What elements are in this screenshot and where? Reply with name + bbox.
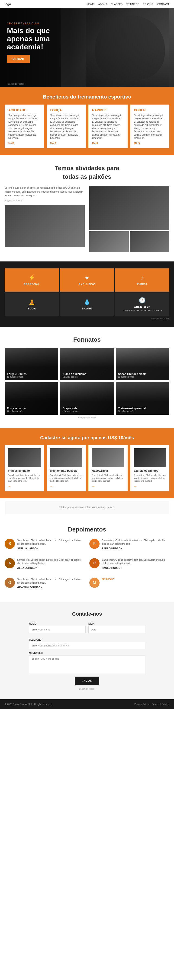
- nav-trainers[interactable]: TRAINERS: [126, 3, 139, 6]
- formats-title: Formatos: [5, 336, 169, 343]
- form-group-date: Data: [88, 623, 145, 633]
- sub-card-img-2: [92, 448, 125, 467]
- click-again-text: Click again or double click to start edi…: [59, 506, 115, 509]
- benefit-card-1: Força Sem integer vitae justo eget magna…: [46, 105, 86, 148]
- sub-card-text-1: Sample text. Click to select the text bo…: [50, 474, 83, 483]
- testimonials-title: Depoimentos: [5, 526, 169, 533]
- sub-card-link-2[interactable]: →: [92, 484, 125, 488]
- format-text-0: 12 aulas por mês: [7, 376, 56, 378]
- activities-title-line2: todas as paixões: [5, 173, 169, 180]
- benefit-link-3[interactable]: MAIS: [134, 142, 166, 145]
- testimonial-text-0: Sample text. Click to select the text bo…: [17, 539, 85, 546]
- banner-exclusivo: ★ EXCLUSIVO: [60, 269, 114, 291]
- format-text-4: 12 aulas por mês: [62, 410, 111, 412]
- click-again-info-box[interactable]: Click again or double click to start edi…: [5, 501, 169, 515]
- sub-card-title-3: Exercícios rápidos: [134, 469, 166, 473]
- footer-privacy[interactable]: Privacy Policy: [134, 703, 149, 706]
- activities-main-image: [5, 205, 85, 247]
- benefit-link-1[interactable]: MAIS: [50, 142, 82, 145]
- name-input[interactable]: [29, 626, 86, 633]
- exclusivo-label: EXCLUSIVO: [79, 283, 96, 286]
- format-title-3: Força e cardio: [7, 407, 56, 410]
- sub-card-link-0[interactable]: →: [8, 484, 41, 488]
- navigation: logo HOME ABOUT CLASSES TRAINERS PRICING…: [0, 0, 174, 8]
- sub-card-title-1: Treinamento pessoal: [50, 469, 83, 473]
- click-info-wrapper: Click again or double click to start edi…: [0, 498, 174, 517]
- testimonial-item-4: G Sample text. Click to select the text …: [5, 578, 85, 589]
- benefit-link-2[interactable]: MAIS: [92, 142, 124, 145]
- benefits-grid: Agilidade Sem integer vitae justo eget m…: [5, 105, 169, 148]
- subscribe-title: Cadastre-se agora por apenas US$ 10/mês: [5, 435, 169, 441]
- testimonial-body-4: Sample text. Click to select the text bo…: [17, 578, 85, 589]
- more-link-5[interactable]: MAIS PEKY: [102, 578, 169, 580]
- footer-terms[interactable]: Terms of Service: [152, 703, 169, 706]
- sauna-label: SAUNA: [82, 307, 92, 310]
- yoga-label: YOGA: [28, 307, 36, 310]
- message-input[interactable]: [29, 655, 145, 674]
- format-text-2: 12 aulas por mês: [118, 376, 167, 378]
- benefit-link-0[interactable]: MAIS: [8, 142, 40, 145]
- nav-home[interactable]: HOME: [87, 3, 95, 6]
- activities-credit: Imagem de Freepik: [5, 199, 85, 202]
- format-card-1[interactable]: Aulas de Ciclismo 12 aulas por mês: [60, 348, 114, 380]
- nav-contact[interactable]: CONTACT: [157, 3, 169, 6]
- format-text-1: 12 aulas por mês: [62, 376, 111, 378]
- format-card-4[interactable]: Corpo toda 12 aulas por mês: [60, 382, 114, 415]
- subscribe-section: Cadastre-se agora por apenas US$ 10/mês …: [0, 428, 174, 498]
- testimonial-avatar-5: M: [89, 578, 99, 588]
- format-title-0: Força e Pilates: [7, 372, 56, 376]
- format-card-2[interactable]: Socar, Chutar e Voar! 12 aulas por mês: [116, 348, 169, 380]
- testimonial-body-0: Sample text. Click to select the text bo…: [17, 539, 85, 550]
- testimonial-name-0: STELLA LARSON: [17, 547, 85, 550]
- submit-button[interactable]: ENVIAR: [75, 676, 99, 686]
- format-card-5[interactable]: Treinamento pessoal 12 aulas por mês: [116, 382, 169, 415]
- activities-image-2: [89, 231, 129, 252]
- sub-card-link-3[interactable]: →: [134, 484, 166, 488]
- aberto-sub: HORAS POR DIA / 7 DIAS POR SEMANA: [123, 309, 162, 312]
- activities-description: Lorem ipsum dolor sit amet, consectetur …: [5, 186, 85, 197]
- format-card-0[interactable]: Força e Pilates 12 aulas por mês: [5, 348, 58, 380]
- hero-title: Mais do que apenas uma academia!: [7, 27, 77, 51]
- nav-about[interactable]: ABOUT: [98, 3, 107, 6]
- message-label: Mensagem: [29, 652, 145, 654]
- testimonial-text-1: Sample text. Click to select the text bo…: [102, 539, 169, 546]
- sub-card-link-1[interactable]: →: [50, 484, 83, 488]
- date-input[interactable]: [88, 626, 145, 633]
- phone-input[interactable]: [29, 642, 145, 649]
- contact-form: Nome Data Telefone Mensagem ENVIAR: [29, 623, 145, 686]
- hero-cta-button[interactable]: Entrar: [7, 55, 30, 63]
- hero-image-credit: Imagem de Freepik: [7, 83, 25, 85]
- formats-credit: Imagens de Freepik: [5, 417, 169, 419]
- sub-card-img-3: [134, 448, 166, 467]
- activities-content: Lorem ipsum dolor sit amet, consectetur …: [5, 186, 169, 252]
- testimonial-body-3: Sample text. Click to select the text bo…: [102, 558, 169, 569]
- contact-title: Contate-nos: [5, 611, 169, 617]
- sub-card-3: Exercícios rápidos Sample text. Click to…: [130, 445, 169, 492]
- hero-section: CROSS FITNESS CLUB Mais do que apenas um…: [0, 8, 174, 87]
- benefit-text-3: Sem integer vitae justo eget magna ferme…: [134, 114, 166, 140]
- logo: logo: [5, 2, 11, 6]
- formats-section: Formatos Força e Pilates 12 aulas por mê…: [0, 327, 174, 428]
- formats-grid: Força e Pilates 12 aulas por mês Aulas d…: [5, 348, 169, 415]
- zumba-label: ZUMBA: [137, 283, 148, 286]
- banner-personal: ⚡ PERSONAL: [5, 269, 59, 291]
- format-content-3: Força e cardio 12 aulas por mês: [7, 407, 56, 412]
- benefit-title-1: Força: [50, 108, 82, 112]
- benefits-title: Benefícios do treinamento esportivo: [5, 94, 169, 100]
- sub-card-1: Treinamento pessoal Sample text. Click t…: [46, 445, 86, 492]
- footer-copyright: © 2023 Cross Fitness Club. All rights re…: [5, 703, 53, 706]
- testimonial-avatar-2: A: [5, 558, 15, 568]
- activities-title-line1: Temos atividades para: [5, 165, 169, 172]
- benefits-section: Benefícios do treinamento esportivo Agil…: [0, 87, 174, 155]
- testimonial-avatar-3: P: [89, 558, 99, 568]
- nav-classes[interactable]: CLASSES: [111, 3, 123, 6]
- testimonial-item-2: A Sample text. Click to select the text …: [5, 558, 85, 569]
- date-label: Data: [88, 623, 145, 625]
- banner-zumba: ♪ ZUMBA: [115, 269, 169, 291]
- testimonial-text-2: Sample text. Click to select the text bo…: [17, 558, 85, 565]
- benefit-card-3: Poder Sem integer vitae justo eget magna…: [130, 105, 169, 148]
- format-content-0: Força e Pilates 12 aulas por mês: [7, 372, 56, 378]
- nav-pricing[interactable]: PRICING: [143, 3, 153, 6]
- format-card-3[interactable]: Força e cardio 12 aulas por mês: [5, 382, 58, 415]
- testimonial-avatar-0: S: [5, 539, 15, 549]
